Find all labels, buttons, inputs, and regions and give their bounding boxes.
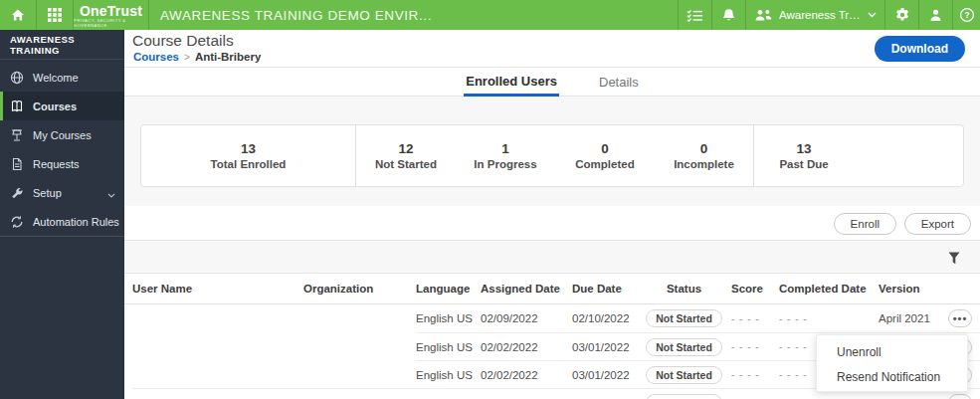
wrench-icon — [10, 186, 24, 200]
menu-item-resend-notification[interactable]: Resend Notification — [817, 364, 967, 389]
stat-label: In Progress — [474, 158, 536, 170]
tasks-button[interactable] — [678, 0, 711, 30]
app-window: OneTrust PRIVACY, SECURITY & GOVERNANCE … — [0, 0, 980, 399]
org-selector[interactable]: Awareness Traini... — [745, 0, 884, 30]
completed-date-value: - - - - — [779, 369, 808, 380]
gear-icon — [894, 7, 910, 23]
ellipsis-icon: ••• — [953, 313, 968, 323]
sidebar-item-label: Automation Rules — [33, 216, 119, 228]
column-header-language: Language — [416, 283, 481, 295]
completed-date-value: - - - - — [779, 341, 808, 352]
stat-completed: 0 Completed — [555, 125, 655, 186]
cell-score: - - - - — [731, 332, 779, 360]
sidebar-item-label: Setup — [33, 187, 62, 199]
score-value: - - - - — [731, 369, 760, 380]
cell-completed-date: - - - - — [779, 304, 879, 332]
sidebar-nav: Welcome Courses My Courses — [0, 60, 124, 237]
document-icon — [10, 157, 24, 171]
app-switcher-button[interactable] — [37, 0, 74, 30]
checklist-icon — [686, 9, 703, 22]
stat-in-progress: 1 In Progress — [456, 125, 555, 186]
stat-label: Past Due — [779, 158, 828, 170]
bell-icon — [721, 8, 736, 23]
cell-organization — [303, 304, 416, 332]
cell-language: English US — [416, 304, 481, 332]
download-button[interactable]: Download — [875, 36, 965, 62]
sidebar-item-courses[interactable]: Courses — [0, 92, 124, 120]
enroll-button[interactable]: Enroll — [834, 213, 896, 235]
cell-status: Not Started — [637, 332, 731, 360]
sidebar-item-my-courses[interactable]: My Courses — [0, 120, 124, 149]
status-badge: Not Started — [646, 338, 722, 356]
cell-user-name — [132, 304, 303, 332]
cell-language: English US — [416, 360, 481, 388]
notifications-button[interactable] — [711, 0, 745, 30]
table-header: User Name Organization Language Assigned… — [124, 274, 980, 304]
onetrust-logo[interactable]: OneTrust PRIVACY, SECURITY & GOVERNANCE — [74, 0, 149, 30]
row-actions-button[interactable]: ••• — [948, 309, 972, 327]
column-header-assigned-date: Assigned Date — [481, 283, 572, 295]
cell-assigned-date: 02/02/2022 — [481, 360, 572, 388]
sidebar-item-welcome[interactable]: Welcome — [0, 63, 124, 92]
column-header-user-name: User Name — [132, 283, 303, 295]
lectern-icon — [10, 128, 24, 142]
menu-item-unenroll[interactable]: Unenroll — [817, 339, 967, 364]
status-badge: Not Started — [646, 366, 722, 384]
filter-funnel-icon[interactable] — [948, 251, 960, 269]
stat-value: 13 — [796, 141, 811, 156]
stat-label: Incomplete — [674, 158, 734, 170]
tab-enrolled-users[interactable]: Enrolled Users — [464, 68, 559, 97]
stat-value: 0 — [601, 141, 609, 156]
help-icon: ? — [959, 7, 975, 23]
score-value: - - - - — [731, 313, 760, 324]
home-button[interactable] — [0, 0, 37, 30]
chevron-down-icon — [107, 188, 115, 200]
stat-value: 1 — [501, 141, 509, 156]
app-title: AWARENESS TRAINING DEMO ENVIR... — [149, 0, 678, 30]
column-header-score: Score — [731, 283, 779, 295]
sidebar-item-label: Courses — [33, 100, 77, 112]
column-header-status: Status — [637, 283, 731, 295]
stats-card: 13 Total Enrolled 12 Not Started 1 In Pr… — [140, 124, 964, 187]
cell-user-name — [132, 332, 303, 360]
table-actions-bar: Enroll Export — [124, 206, 980, 241]
stat-value: 13 — [241, 141, 256, 156]
status-badge: Not Started — [646, 394, 722, 399]
row-actions-button[interactable]: ••• — [948, 394, 972, 399]
logo-tagline: PRIVACY, SECURITY & GOVERNANCE — [74, 18, 148, 28]
sidebar-item-setup[interactable]: Setup — [0, 178, 124, 207]
breadcrumb-current: Anti-Bribery — [195, 51, 261, 63]
table-row: English US 02/09/2022 02/10/2022 Not Sta… — [124, 304, 980, 332]
sync-icon — [10, 215, 24, 229]
sidebar-item-automation-rules[interactable]: Automation Rules — [0, 207, 124, 236]
stat-value: 12 — [398, 141, 413, 156]
cell-organization: Awareness Training Demo... — [303, 388, 416, 399]
cell-assigned-date: 02/02/2022 — [481, 388, 572, 399]
help-button[interactable]: ? — [952, 0, 980, 30]
cell-status: Not Started — [637, 304, 731, 332]
sidebar-item-label: Requests — [33, 158, 79, 170]
breadcrumb-courses-link[interactable]: Courses — [133, 51, 179, 63]
stat-label: Completed — [575, 158, 634, 170]
status-badge: Not Started — [646, 309, 722, 327]
cell-assigned-date: 02/02/2022 — [481, 332, 572, 360]
cell-due-date: 03/01/2022 — [572, 332, 637, 360]
cell-score: - - - - — [731, 360, 779, 388]
stat-value: 0 — [700, 141, 708, 156]
cell-due-date: 03/01/2022 — [572, 360, 637, 388]
globe-icon — [10, 71, 24, 85]
cell-assigned-date: 02/09/2022 — [481, 304, 572, 332]
group-icon — [754, 9, 773, 22]
export-button[interactable]: Export — [904, 213, 971, 235]
tab-details[interactable]: Details — [597, 68, 641, 97]
logo-text: OneTrust — [80, 5, 142, 18]
chevron-down-icon — [868, 12, 877, 18]
cell-score: - - - - — [731, 388, 779, 399]
sidebar-title: AWARENESS TRAINING — [0, 30, 124, 60]
account-button[interactable] — [918, 0, 952, 30]
column-header-due-date: Due Date — [572, 283, 637, 295]
sidebar-item-requests[interactable]: Requests — [0, 149, 124, 178]
stat-label: Not Started — [375, 158, 437, 170]
tab-bar: Enrolled Users Details — [124, 68, 980, 97]
settings-button[interactable] — [884, 0, 918, 30]
